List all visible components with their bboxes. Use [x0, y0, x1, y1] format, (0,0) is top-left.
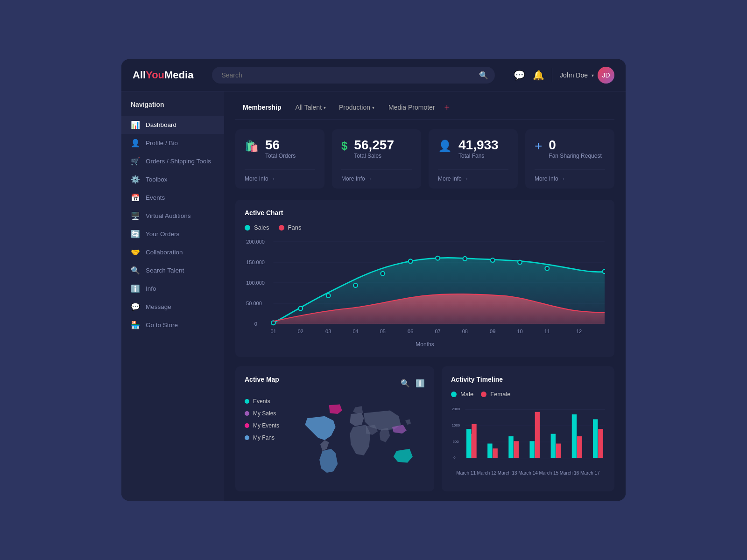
- bar-label-march12: March 12: [477, 470, 497, 476]
- bar-label-march17: March 17: [580, 470, 600, 476]
- sidebar-item-events[interactable]: 📅 Events: [121, 189, 224, 207]
- user-info[interactable]: John Doe ▾ JD: [560, 67, 614, 84]
- events-icon: 📅: [131, 193, 140, 202]
- your-orders-icon: 🔄: [131, 230, 140, 238]
- total-orders-number: 56: [265, 138, 296, 153]
- sidebar-item-orders-shipping[interactable]: 🛒 Orders / Shipping Tools: [121, 152, 224, 170]
- svg-text:0: 0: [453, 456, 456, 460]
- svg-text:05: 05: [380, 329, 386, 334]
- nav-title: Navigation: [121, 101, 224, 116]
- bar-female-15: [556, 444, 561, 458]
- sidebar-item-profile-bio[interactable]: 👤 Profile / Bio: [121, 134, 224, 152]
- chart-legend: Sales Fans: [245, 224, 605, 231]
- svg-text:10: 10: [517, 329, 522, 334]
- bar-female-13: [514, 441, 519, 458]
- legend-sales: Sales: [245, 224, 269, 231]
- fan-sharing-number: 0: [549, 138, 601, 153]
- sales-dot-4: [353, 283, 358, 287]
- svg-text:07: 07: [435, 329, 440, 334]
- toolbox-icon: ⚙️: [131, 175, 140, 184]
- header-actions: 💬 🔔 John Doe ▾ JD: [514, 67, 614, 84]
- bar-label-march14: March 14: [518, 470, 538, 476]
- info-icon: ℹ️: [131, 284, 140, 293]
- map-visual: [294, 398, 425, 482]
- bar-female-11: [472, 424, 476, 458]
- total-fans-icon: 👤: [438, 140, 452, 153]
- svg-text:06: 06: [408, 329, 413, 334]
- tab-membership[interactable]: Membership: [235, 101, 289, 114]
- total-orders-label: Total Orders: [265, 153, 296, 159]
- fan-sharing-more-info[interactable]: More Info →: [535, 169, 605, 182]
- sidebar-item-go-to-store[interactable]: 🏪 Go to Store: [121, 316, 224, 334]
- map-my-events-label: My Events: [253, 422, 279, 429]
- male-dot: [451, 392, 457, 397]
- svg-text:0: 0: [254, 321, 257, 327]
- sidebar-label-orders-shipping: Orders / Shipping Tools: [146, 158, 211, 165]
- map-events-label: Events: [253, 398, 270, 405]
- sidebar-label-info: Info: [146, 285, 156, 292]
- app-container: AllYouMedia 🔍 💬 🔔 John Doe ▾ JD Navigati…: [121, 59, 626, 501]
- map-panel-header: Active Map 🔍 ℹ️: [245, 376, 425, 391]
- sidebar-item-toolbox[interactable]: ⚙️ Toolbox: [121, 170, 224, 189]
- sidebar-item-collaboration[interactable]: 🤝 Collaboration: [121, 243, 224, 261]
- sidebar-item-search-talent[interactable]: 🔍 Search Talent: [121, 261, 224, 280]
- timeline-panel-title: Activity Timeline: [451, 376, 605, 383]
- sales-dot-11: [545, 266, 549, 271]
- sidebar-item-message[interactable]: 💬 Message: [121, 298, 224, 316]
- map-events-dot: [245, 399, 249, 404]
- total-orders-more-info[interactable]: More Info →: [245, 169, 315, 182]
- map-my-sales-dot: [245, 411, 249, 416]
- bar-label-march13: March 13: [498, 470, 517, 476]
- legend-fans-label: Fans: [288, 224, 302, 231]
- legend-fans-dot: [279, 225, 284, 231]
- map-info-icon[interactable]: ℹ️: [416, 379, 425, 388]
- svg-text:12: 12: [576, 329, 582, 334]
- svg-text:11: 11: [544, 329, 550, 334]
- search-bar: 🔍: [212, 67, 495, 84]
- bar-x-labels: March 11 March 12 March 13 March 14 Marc…: [451, 470, 605, 476]
- bottom-panels: Active Map 🔍 ℹ️ Events: [235, 366, 614, 491]
- sidebar-item-your-orders[interactable]: 🔄 Your Orders: [121, 225, 224, 243]
- tab-all-talent[interactable]: All Talent ▾: [289, 101, 332, 114]
- map-legend-my-sales: My Sales: [245, 410, 287, 417]
- sales-dot-8: [463, 257, 467, 261]
- chart-section: Active Chart Sales Fans 200.000: [235, 200, 614, 357]
- bar-chart: 2000 1000 500 0: [451, 403, 605, 478]
- tabs: Membership All Talent ▾ Production ▾ Med…: [235, 101, 614, 120]
- svg-text:09: 09: [490, 329, 495, 334]
- search-talent-icon: 🔍: [131, 266, 140, 275]
- map-panel: Active Map 🔍 ℹ️ Events: [235, 366, 434, 491]
- total-sales-more-info[interactable]: More Info →: [341, 169, 412, 182]
- sidebar-label-events: Events: [146, 194, 165, 201]
- logo: AllYouMedia: [133, 69, 193, 81]
- bar-female-12: [493, 448, 497, 458]
- tab-media-promoter[interactable]: Media Promoter: [381, 101, 443, 114]
- total-fans-more-info[interactable]: More Info →: [438, 169, 508, 182]
- sidebar-item-info[interactable]: ℹ️ Info: [121, 280, 224, 298]
- user-chevron-icon: ▾: [592, 73, 594, 78]
- sidebar-item-virtual-auditions[interactable]: 🖥️ Virtual Auditions: [121, 207, 224, 225]
- add-tab-button[interactable]: +: [444, 102, 450, 113]
- svg-text:150.000: 150.000: [246, 259, 265, 265]
- tab-production[interactable]: Production ▾: [332, 101, 381, 114]
- world-map-svg: [294, 398, 425, 482]
- svg-text:50.000: 50.000: [246, 301, 262, 306]
- search-input[interactable]: [212, 67, 495, 84]
- map-search-icon[interactable]: 🔍: [401, 379, 410, 388]
- map-panel-icons: 🔍 ℹ️: [401, 379, 425, 388]
- sales-dot-2: [298, 307, 303, 311]
- bar-label-march15: March 15: [539, 470, 558, 476]
- collaboration-icon: 🤝: [131, 248, 140, 257]
- bar-female-17: [598, 429, 603, 458]
- sales-dot-7: [436, 256, 440, 260]
- sidebar-item-dashboard[interactable]: 📊 Dashboard: [121, 116, 224, 134]
- header-divider: [552, 68, 552, 82]
- svg-text:200.000: 200.000: [246, 239, 265, 245]
- sidebar-label-message: Message: [146, 303, 171, 310]
- total-fans-label: Total Fans: [458, 153, 499, 159]
- message-icon[interactable]: 💬: [514, 70, 525, 81]
- stat-cards: 🛍️ 56 Total Orders More Info → $ 56,257 …: [235, 129, 614, 189]
- bell-icon[interactable]: 🔔: [533, 70, 544, 81]
- svg-text:1000: 1000: [452, 423, 460, 427]
- map-content: Events My Sales My Events: [245, 398, 425, 482]
